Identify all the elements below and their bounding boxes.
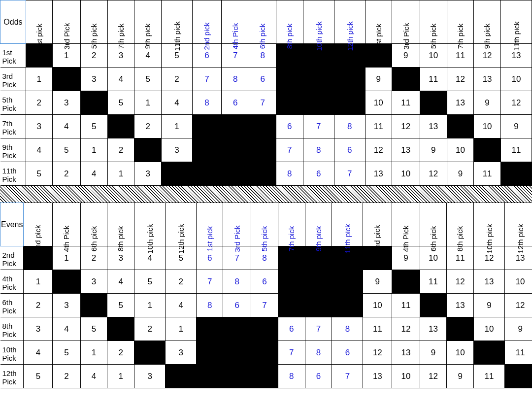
cell-value: 13: [392, 341, 420, 365]
cell-value: 9: [363, 270, 392, 294]
column-header: 4th Pick: [221, 0, 249, 44]
cell-value: 11: [474, 162, 501, 186]
row-header: 2nd Pick: [0, 246, 24, 270]
cell-value: 7: [303, 115, 334, 138]
cell-value: 5: [107, 294, 134, 317]
cell-value: 12: [365, 138, 392, 162]
cell-value: 10: [392, 162, 420, 186]
cell-black: [134, 138, 162, 162]
cell-value: 4: [80, 365, 107, 388]
cell-black: [447, 115, 474, 138]
cell-black: [221, 115, 249, 138]
table-row: 10th Pick45123786121391011: [0, 341, 532, 365]
cell-value: 9: [474, 91, 501, 115]
cell-value: 4: [53, 317, 80, 341]
column-header: 1st pick: [365, 0, 392, 44]
cell-black: [80, 91, 107, 115]
cell-black: [197, 365, 223, 388]
cell-value: 3: [134, 162, 162, 186]
cell-value: 9: [420, 341, 447, 365]
cell-value: 1: [80, 341, 107, 365]
cell-value: 9: [365, 68, 392, 91]
cell-value: 9: [420, 138, 447, 162]
column-header: 5th pick: [420, 0, 447, 44]
cell-value: 8: [197, 294, 223, 317]
cell-black: [334, 91, 365, 115]
column-header: 2nd pick: [363, 203, 392, 246]
column-header: 7th pick: [278, 203, 305, 246]
cell-value: 8: [305, 341, 332, 365]
column-header: 7th pick: [107, 0, 134, 44]
column-header: 8th pick: [276, 0, 303, 44]
cell-black: [251, 341, 278, 365]
column-header: 4th Pick: [392, 203, 420, 246]
cell-value: 8: [276, 162, 303, 186]
table-row: 3rd Pick13452786911121310: [0, 68, 532, 91]
cell-black: [223, 317, 251, 341]
cell-value: 3: [52, 91, 80, 115]
column-header: 3rd Pick: [223, 203, 251, 246]
cell-black: [392, 68, 420, 91]
row-header: 10th Pick: [0, 341, 24, 365]
cell-value: 2: [134, 317, 166, 341]
cell-black: [107, 115, 134, 138]
cell-value: 6: [223, 294, 251, 317]
cell-value: 8: [193, 91, 222, 115]
table-row: 4th Pick13452786911121310: [0, 270, 532, 294]
cell-value: 13: [420, 115, 447, 138]
cell-value: 3: [80, 270, 107, 294]
cell-black: [305, 294, 332, 317]
cell-value: 1: [166, 317, 197, 341]
cell-value: 4: [26, 138, 52, 162]
column-header: 8th pick: [447, 203, 474, 246]
cell-value: 5: [53, 341, 80, 365]
cell-value: 11: [420, 68, 447, 91]
cell-black: [193, 115, 222, 138]
cell-black: [249, 162, 276, 186]
cell-value: 6: [251, 270, 278, 294]
cell-value: 2: [107, 341, 134, 365]
column-header: 2nd pick: [24, 203, 53, 246]
cell-value: 10: [365, 91, 392, 115]
cell-value: 12: [500, 91, 532, 115]
pick-table-1: Evens2nd pick4th Pick6th pick8th pick10t…: [0, 203, 532, 388]
cell-value: 10: [392, 365, 420, 388]
column-header: 12th pick: [505, 203, 532, 246]
cell-black: [474, 341, 505, 365]
cell-value: 1: [134, 294, 166, 317]
column-header: 9th pick: [474, 0, 501, 44]
cell-black: [249, 115, 276, 138]
cell-value: 7: [334, 162, 365, 186]
table-row: 11th Pick52413867131012911: [0, 162, 532, 186]
cell-black: [53, 270, 80, 294]
divider-hatch: [0, 186, 532, 203]
table-row: 9th Pick45123786121391011: [0, 138, 532, 162]
cell-value: 5: [80, 317, 107, 341]
table-row: 6th Pick23514867101113912: [0, 294, 532, 317]
cell-value: 3: [80, 68, 107, 91]
cell-value: 8: [278, 365, 305, 388]
cell-black: [392, 270, 420, 294]
cell-value: 4: [80, 162, 107, 186]
row-header: 1st Pick: [0, 44, 26, 68]
cell-value: 9: [447, 162, 474, 186]
cell-black: [276, 68, 303, 91]
cell-value: 1: [107, 162, 134, 186]
cell-value: 13: [447, 294, 474, 317]
cell-value: 6: [276, 115, 303, 138]
column-header: 10th pick: [303, 0, 334, 44]
cell-black: [420, 294, 447, 317]
column-header: 1st pick: [26, 0, 52, 44]
cell-value: 6: [332, 341, 363, 365]
row-header: 11th Pick: [0, 162, 26, 186]
cell-value: 3: [134, 365, 166, 388]
cell-black: [221, 138, 249, 162]
column-header: 11th pick: [162, 0, 193, 44]
column-header: 11th pick: [332, 203, 363, 246]
cell-black: [251, 365, 278, 388]
column-header: 5th pick: [251, 203, 278, 246]
cell-black: [221, 162, 249, 186]
column-header: 11th pick: [500, 0, 532, 44]
cell-black: [193, 138, 222, 162]
cell-value: 5: [52, 138, 80, 162]
